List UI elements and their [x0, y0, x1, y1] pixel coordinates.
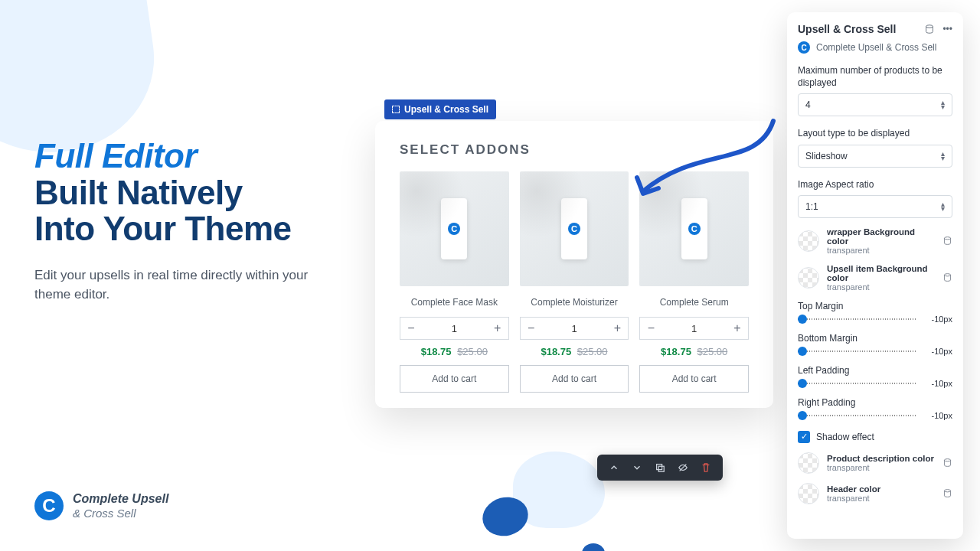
- background-blob: [482, 436, 651, 551]
- database-icon[interactable]: [942, 458, 952, 468]
- slider-value: -10px: [923, 315, 952, 324]
- product-name: Complete Serum: [639, 297, 749, 308]
- sale-price: $18.75: [541, 346, 571, 357]
- price: $18.75 $25.00: [639, 346, 749, 357]
- add-to-cart-button[interactable]: Add to cart: [520, 365, 629, 393]
- chevron-updown-icon: ▴▾: [941, 100, 945, 109]
- color-setting-row[interactable]: wrapper Background color transparent: [798, 227, 952, 255]
- color-value: transparent: [827, 282, 935, 292]
- color-value: transparent: [827, 494, 935, 503]
- panel-title: Upsell & Cross Sell: [798, 23, 896, 35]
- marketing-copy: Full Editor Built Natively Into Your The…: [34, 138, 310, 305]
- color-title: Upsell item Background color: [827, 264, 935, 282]
- qty-decrement-button[interactable]: −: [521, 318, 542, 339]
- product-image: C: [520, 171, 629, 286]
- slider-value: -10px: [923, 411, 952, 420]
- app-logo-icon: C: [798, 41, 810, 54]
- database-icon[interactable]: [924, 24, 935, 34]
- section-tag-label: Upsell & Cross Sell: [404, 104, 488, 115]
- database-icon[interactable]: [942, 272, 952, 282]
- field-label: Maximum number of products to be display…: [798, 64, 952, 89]
- svg-point-3: [926, 25, 933, 28]
- move-up-icon[interactable]: [608, 461, 620, 474]
- original-price: $25.00: [457, 346, 488, 357]
- headline-rest: Built Natively Into Your Theme: [34, 174, 292, 248]
- color-swatch-icon: [798, 267, 819, 289]
- product-card: C Complete Face Mask − 1 + $18.75 $25.00…: [400, 171, 509, 393]
- duplicate-icon[interactable]: [654, 461, 666, 474]
- qty-value: 1: [662, 323, 727, 334]
- add-to-cart-button[interactable]: Add to cart: [639, 365, 749, 393]
- field-label: Top Margin: [798, 301, 952, 311]
- headline: Full Editor Built Natively Into Your The…: [34, 138, 310, 247]
- qty-value: 1: [542, 323, 607, 334]
- color-setting-row[interactable]: Header color transparent: [798, 483, 952, 504]
- field-label: Right Padding: [798, 397, 952, 408]
- product-image: C: [639, 171, 749, 286]
- qty-increment-button[interactable]: +: [487, 318, 508, 339]
- color-title: wrapper Background color: [827, 227, 935, 246]
- qty-increment-button[interactable]: +: [727, 318, 748, 339]
- color-swatch-icon: [798, 230, 819, 252]
- brand-logo-icon: C: [34, 491, 64, 520]
- shadow-effect-checkbox[interactable]: ✓ Shadow effect: [798, 431, 952, 443]
- hide-icon[interactable]: [677, 461, 689, 474]
- checkbox-checked-icon: ✓: [798, 431, 810, 443]
- quantity-stepper[interactable]: − 1 +: [400, 317, 509, 340]
- max-products-select[interactable]: 4 ▴▾: [798, 93, 952, 116]
- color-setting-row[interactable]: Product description color transparent: [798, 452, 952, 474]
- price: $18.75 $25.00: [520, 346, 629, 357]
- quantity-stepper[interactable]: − 1 +: [520, 317, 629, 340]
- add-to-cart-button[interactable]: Add to cart: [400, 365, 509, 393]
- svg-point-4: [944, 237, 950, 240]
- color-value: transparent: [827, 463, 935, 472]
- qty-decrement-button[interactable]: −: [400, 318, 422, 339]
- app-badge: C Complete Upsell & Cross Sell: [798, 41, 952, 54]
- left-padding-slider[interactable]: -10px: [798, 379, 952, 388]
- slider-value: -10px: [923, 379, 952, 388]
- top-margin-slider[interactable]: -10px: [798, 315, 952, 324]
- product-name: Complete Face Mask: [400, 297, 509, 308]
- selection-icon: [392, 106, 400, 113]
- product-image: C: [400, 171, 509, 286]
- app-name: Complete Upsell & Cross Sell: [816, 42, 936, 53]
- original-price: $25.00: [577, 346, 608, 357]
- more-icon[interactable]: •••: [942, 24, 952, 34]
- headline-accent: Full Editor: [34, 137, 197, 174]
- original-price: $25.00: [697, 346, 727, 357]
- right-padding-slider[interactable]: -10px: [798, 411, 952, 420]
- aspect-select[interactable]: 1:1 ▴▾: [798, 195, 952, 218]
- database-icon[interactable]: [942, 488, 952, 498]
- svg-point-7: [944, 490, 950, 492]
- subheadline: Edit your upsells in real time directly …: [34, 266, 310, 305]
- brand-line2: & Cross Sell: [73, 507, 168, 520]
- svg-point-6: [944, 459, 950, 461]
- delete-icon[interactable]: [700, 461, 712, 474]
- brand-lockup: C Complete Upsell & Cross Sell: [34, 491, 168, 520]
- move-down-icon[interactable]: [631, 461, 643, 474]
- product-name: Complete Moisturizer: [520, 297, 629, 308]
- sale-price: $18.75: [661, 346, 691, 357]
- svg-rect-1: [658, 466, 664, 471]
- chevron-updown-icon: ▴▾: [941, 202, 945, 211]
- price: $18.75 $25.00: [400, 346, 509, 357]
- section-toolbar: [597, 455, 723, 481]
- qty-value: 1: [422, 323, 487, 334]
- svg-rect-0: [657, 465, 662, 470]
- section-selection-tag[interactable]: Upsell & Cross Sell: [384, 99, 496, 119]
- color-setting-row[interactable]: Upsell item Background color transparent: [798, 264, 952, 292]
- field-label: Layout type to be displayed: [798, 127, 952, 139]
- select-value: Slideshow: [805, 151, 848, 161]
- layout-select[interactable]: Slideshow ▴▾: [798, 145, 952, 168]
- color-value: transparent: [827, 246, 935, 255]
- svg-point-5: [944, 274, 950, 276]
- brand-line1: Complete Upsell: [73, 492, 168, 506]
- qty-increment-button[interactable]: +: [606, 318, 628, 339]
- field-label: Bottom Margin: [798, 333, 952, 344]
- bottom-margin-slider[interactable]: -10px: [798, 347, 952, 356]
- database-icon[interactable]: [942, 236, 952, 246]
- color-swatch-icon: [798, 452, 819, 474]
- qty-decrement-button[interactable]: −: [640, 318, 662, 339]
- quantity-stepper[interactable]: − 1 +: [639, 317, 749, 340]
- chevron-updown-icon: ▴▾: [941, 152, 945, 161]
